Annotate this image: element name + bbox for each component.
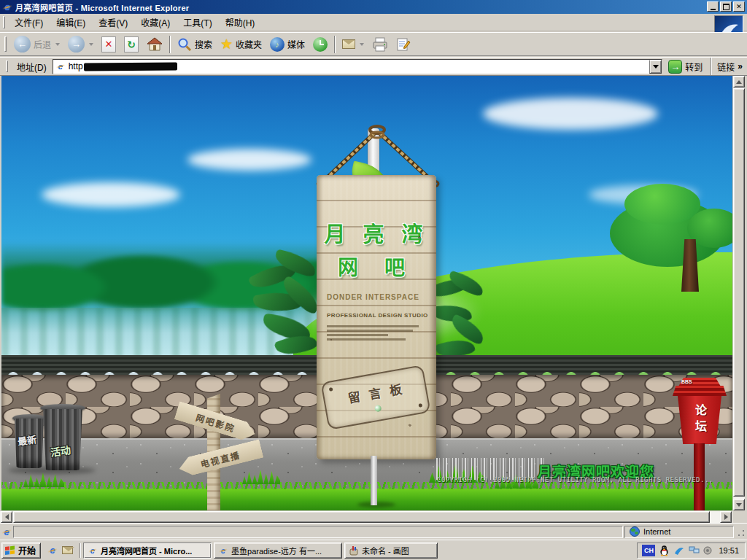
menu-file[interactable]: 文件(F) (8, 14, 50, 31)
site-title-line2: 网 吧 (317, 252, 436, 281)
toolbar-separator (334, 36, 336, 53)
quicklaunch-mail-icon[interactable] (62, 546, 73, 554)
vertical-scroll-thumb[interactable] (733, 88, 745, 497)
search-icon (177, 37, 192, 52)
ime-indicator[interactable]: CH (642, 545, 655, 556)
home-button[interactable] (143, 34, 166, 55)
task-ie-icon: e (88, 546, 97, 555)
scroll-up-button[interactable] (733, 76, 745, 88)
task-ie-icon: e (219, 546, 228, 555)
sign-support-pole (371, 456, 377, 505)
refresh-button[interactable] (120, 34, 142, 55)
menu-edit[interactable]: 编辑(E) (50, 14, 92, 31)
wooden-signboard: 月 亮 湾 网 吧 DONDER INTERSPACE PROFESSIONAL… (317, 175, 436, 459)
quicklaunch-ie-icon[interactable]: e (47, 545, 58, 556)
forward-icon (68, 36, 85, 52)
tree (605, 184, 732, 293)
edit-button[interactable] (392, 34, 414, 55)
toolbar-grip[interactable] (4, 36, 7, 52)
palm-right (429, 276, 487, 363)
links-button[interactable]: 链接 (717, 61, 744, 73)
mail-button[interactable] (338, 34, 368, 55)
system-tray: CH 19:51 (637, 542, 746, 559)
mail-dropdown-icon[interactable] (360, 43, 364, 46)
menu-favorites[interactable]: 收藏(A) (134, 14, 177, 31)
search-button[interactable]: 搜索 (174, 34, 216, 55)
message-board-link[interactable]: 留言板 (320, 365, 430, 430)
scroll-down-button[interactable] (733, 499, 745, 510)
taskbar: 开始 e e 月亮湾网吧首页 - Micro... e 墨鱼paradise-远… (0, 540, 747, 560)
address-bar: 地址(D) e http 转到 链接 (0, 57, 747, 76)
forward-button[interactable] (64, 34, 97, 55)
swoosh-icon[interactable] (673, 545, 685, 556)
history-icon (313, 37, 328, 52)
ie-logo-icon: e (2, 2, 12, 12)
history-button[interactable] (309, 34, 331, 55)
address-dropdown-button[interactable] (649, 60, 662, 74)
favorites-button[interactable]: 收藏夹 (217, 34, 266, 55)
bin-large (42, 409, 83, 470)
menu-help[interactable]: 帮助(H) (219, 14, 262, 31)
toolbar-separator (169, 36, 171, 53)
task-paradise-page[interactable]: e 墨鱼paradise-远方 有一... (214, 542, 342, 559)
bbs-tag: BBS (681, 379, 692, 384)
scroll-left-button[interactable] (1, 511, 12, 523)
address-label: 地址(D) (14, 61, 50, 73)
go-button[interactable]: 转到 (665, 59, 705, 74)
menu-grip[interactable] (3, 16, 5, 28)
paint-icon (349, 545, 359, 556)
tree-canopy (624, 184, 700, 225)
tv-live-link[interactable]: 电视直播 (177, 439, 264, 478)
minimize-button[interactable] (707, 1, 719, 12)
clock[interactable]: 19:51 (716, 546, 739, 555)
start-button[interactable]: 开始 (1, 542, 41, 559)
plaque-button-icon[interactable] (374, 405, 381, 412)
status-bar: e Internet (0, 523, 747, 540)
favorites-star-icon (220, 36, 233, 52)
back-button[interactable]: 后退 (10, 34, 63, 55)
forward-dropdown-icon[interactable] (89, 43, 93, 46)
home-icon (147, 37, 163, 52)
menu-tools[interactable]: 工具(T) (177, 14, 218, 31)
mailbox-roof (673, 386, 727, 396)
status-message-panel (13, 526, 623, 538)
task-paint[interactable]: 未命名 - 画图 (344, 542, 438, 559)
close-button[interactable] (733, 1, 745, 12)
horizontal-scrollbar[interactable] (0, 510, 732, 523)
qq-penguin-icon[interactable] (659, 545, 670, 556)
scroll-right-button[interactable] (720, 511, 732, 523)
print-button[interactable] (368, 34, 392, 55)
latest-events-bins[interactable]: 最新 活动 (11, 402, 91, 472)
wall-scallops-right (410, 365, 732, 376)
fine-print-line (327, 325, 419, 327)
back-dropdown-icon[interactable] (55, 43, 60, 46)
task-moonbay-homepage[interactable]: e 月亮湾网吧首页 - Micro... (83, 542, 212, 559)
chevron-more-icon (738, 61, 743, 71)
edit-icon (396, 37, 411, 52)
forum-mailbox-link[interactable]: BBS 论坛 (671, 378, 729, 510)
address-input[interactable]: e http (53, 59, 663, 74)
title-bar: e 月亮湾网吧首页 - Microsoft Internet Explorer (0, 0, 747, 14)
window-title: 月亮湾网吧首页 - Microsoft Internet Explorer (15, 1, 189, 13)
horizontal-scroll-thumb[interactable] (13, 511, 710, 523)
media-icon (270, 37, 285, 52)
studio-name: DONDER INTERSPACE (327, 293, 429, 301)
zone-label: Internet (643, 527, 670, 536)
stop-icon (101, 36, 116, 52)
print-icon (372, 37, 388, 52)
mail-icon (342, 39, 355, 49)
addressbar-separator (711, 58, 712, 75)
back-icon (14, 36, 31, 52)
network-icon[interactable] (689, 545, 700, 555)
tray-misc-icon[interactable] (703, 546, 712, 555)
bins-label-latest: 最新 (17, 432, 37, 448)
stop-button[interactable] (98, 34, 120, 55)
resize-grip[interactable] (735, 526, 746, 538)
address-grip[interactable] (6, 61, 8, 73)
media-button[interactable]: 媒体 (266, 34, 309, 55)
restore-button[interactable] (720, 1, 732, 12)
internet-globe-icon (630, 526, 640, 537)
menu-view[interactable]: 查看(V) (92, 14, 134, 31)
redacted-url (84, 62, 177, 71)
vertical-scrollbar[interactable] (732, 76, 745, 510)
